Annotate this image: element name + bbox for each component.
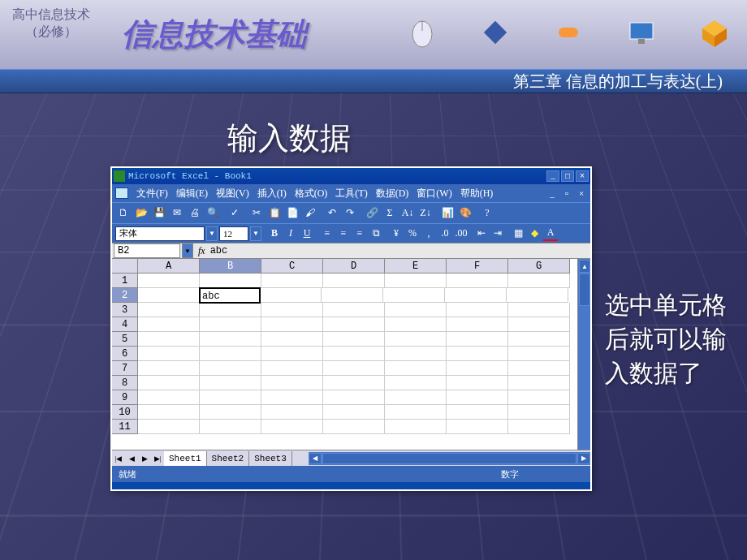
cell[interactable] <box>200 317 261 332</box>
cell[interactable] <box>385 317 447 332</box>
name-dropdown-icon[interactable]: ▼ <box>182 243 193 258</box>
row-header[interactable]: 4 <box>112 317 138 332</box>
fill-color-icon[interactable]: ◆ <box>527 226 542 241</box>
row-header[interactable]: 8 <box>112 376 138 390</box>
row-header[interactable]: 3 <box>112 303 138 317</box>
cell[interactable] <box>200 390 261 405</box>
cell[interactable] <box>200 361 261 376</box>
titlebar[interactable]: Microsoft Excel - Book1 _ □ × <box>112 168 590 184</box>
cell[interactable] <box>323 332 385 347</box>
col-header-C[interactable]: C <box>261 259 323 274</box>
cell[interactable]: abc <box>199 287 261 304</box>
indent-dec-icon[interactable]: ⇤ <box>474 226 489 241</box>
cell[interactable] <box>323 347 385 361</box>
cell[interactable] <box>138 317 200 332</box>
fx-icon[interactable]: fx <box>198 245 205 257</box>
indent-inc-icon[interactable]: ⇥ <box>490 226 505 241</box>
merge-icon[interactable]: ⧉ <box>369 226 383 241</box>
new-icon[interactable]: 🗋 <box>115 205 132 222</box>
cell[interactable] <box>508 420 570 434</box>
cell[interactable] <box>447 317 508 332</box>
menu-window[interactable]: 窗口(W) <box>417 187 451 200</box>
col-header-A[interactable]: A <box>138 259 200 274</box>
sort-asc-icon[interactable]: A↓ <box>399 205 416 222</box>
cell[interactable] <box>447 303 508 317</box>
undo-icon[interactable]: ↶ <box>324 205 340 222</box>
chart-icon[interactable]: 📊 <box>439 205 456 222</box>
cell[interactable] <box>447 347 508 361</box>
select-all-corner[interactable] <box>112 259 138 274</box>
cell[interactable] <box>138 303 200 317</box>
cell[interactable] <box>508 376 570 390</box>
align-left-icon[interactable]: ≡ <box>320 226 335 241</box>
redo-icon[interactable]: ↷ <box>342 205 358 222</box>
cell[interactable] <box>385 361 447 376</box>
cell[interactable] <box>508 347 570 361</box>
cell[interactable] <box>447 274 508 288</box>
name-box[interactable]: B2 <box>114 243 180 258</box>
cell[interactable] <box>200 420 261 434</box>
cell[interactable] <box>508 303 570 317</box>
drawing-icon[interactable]: 🎨 <box>457 205 473 222</box>
row-header[interactable]: 7 <box>112 361 138 376</box>
help-icon[interactable]: ? <box>479 205 495 222</box>
cell[interactable] <box>385 332 447 347</box>
child-restore[interactable]: ▫ <box>561 188 572 198</box>
cell[interactable] <box>260 288 322 303</box>
row-header[interactable]: 5 <box>112 332 138 347</box>
close-button[interactable]: × <box>576 170 589 182</box>
inc-decimal-icon[interactable]: .0 <box>438 226 452 241</box>
row-header[interactable]: 9 <box>112 390 138 405</box>
cell[interactable] <box>508 390 570 405</box>
child-minimize[interactable]: _ <box>546 188 558 198</box>
menu-insert[interactable]: 插入(I) <box>257 187 287 200</box>
sort-desc-icon[interactable]: Z↓ <box>417 205 434 222</box>
child-close[interactable]: × <box>576 188 587 198</box>
cell[interactable] <box>447 405 508 420</box>
cell[interactable] <box>322 288 383 303</box>
cell[interactable] <box>508 361 570 376</box>
tab-first-icon[interactable]: |◀ <box>112 452 125 465</box>
cell[interactable] <box>385 347 447 361</box>
menu-edit[interactable]: 编辑(E) <box>176 187 208 200</box>
cell[interactable] <box>200 376 261 390</box>
cell[interactable] <box>138 332 200 347</box>
cell[interactable] <box>323 376 385 390</box>
col-header-F[interactable]: F <box>447 259 508 274</box>
align-center-icon[interactable]: ≡ <box>336 226 351 241</box>
fmt-painter-icon[interactable]: 🖌 <box>302 205 318 222</box>
cell[interactable] <box>508 332 570 347</box>
cell[interactable] <box>138 347 200 361</box>
row-header[interactable]: 1 <box>112 274 138 288</box>
cell[interactable] <box>138 376 200 390</box>
cell[interactable] <box>385 390 447 405</box>
cell[interactable] <box>385 274 447 288</box>
cell[interactable] <box>138 274 200 288</box>
cell[interactable] <box>385 405 447 420</box>
percent-icon[interactable]: % <box>405 226 420 241</box>
cell[interactable] <box>507 288 568 303</box>
cell[interactable] <box>138 361 200 376</box>
align-right-icon[interactable]: ≡ <box>352 226 367 241</box>
copy-icon[interactable]: 📋 <box>266 205 283 222</box>
open-icon[interactable]: 📂 <box>133 205 149 222</box>
cell[interactable] <box>323 361 385 376</box>
bold-button[interactable]: B <box>267 226 282 241</box>
cell[interactable] <box>138 420 200 434</box>
sum-icon[interactable]: Σ <box>382 205 398 222</box>
cell[interactable] <box>447 376 508 390</box>
vertical-scrollbar[interactable]: ▲ <box>577 259 590 450</box>
cell[interactable] <box>261 390 323 405</box>
cell[interactable] <box>261 274 323 288</box>
cell[interactable] <box>200 332 261 347</box>
font-dropdown-icon[interactable]: ▼ <box>206 226 218 241</box>
sheet-tab-1[interactable]: Sheet1 <box>164 451 207 466</box>
cell[interactable] <box>261 332 323 347</box>
size-dropdown-icon[interactable]: ▼ <box>250 226 261 241</box>
underline-button[interactable]: U <box>300 226 314 241</box>
menu-help[interactable]: 帮助(H) <box>460 187 494 200</box>
cell[interactable] <box>447 420 508 434</box>
tab-next-icon[interactable]: ▶ <box>138 452 151 465</box>
cell[interactable] <box>323 303 385 317</box>
horizontal-scrollbar[interactable]: ◀ ▶ <box>309 452 590 465</box>
